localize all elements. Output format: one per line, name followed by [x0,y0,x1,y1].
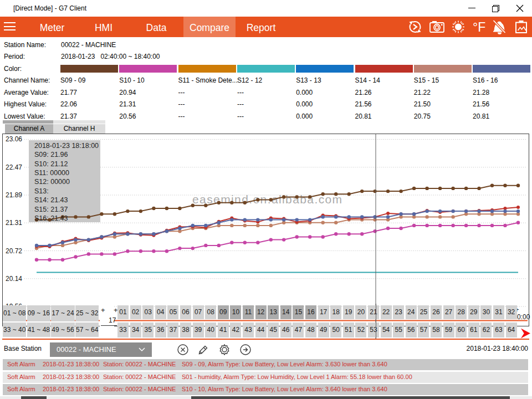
svg-text:°F: °F [473,20,485,34]
